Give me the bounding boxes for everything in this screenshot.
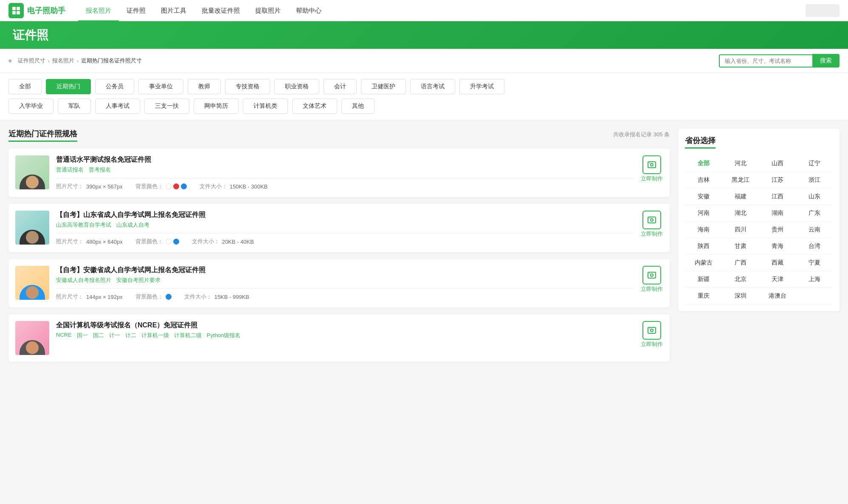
province-item-taiwan[interactable]: 台湾 [796, 238, 833, 255]
meta-file-2: 文件大小： 20KB - 40KB [192, 238, 254, 245]
photo-title-3[interactable]: 【自考】安徽省成人自学考试网上报名免冠证件照 [56, 266, 634, 275]
cat-accounting[interactable]: 会计 [324, 79, 357, 94]
make-photo-btn-2[interactable]: 立即制作 [641, 211, 663, 238]
color-dot-3-blue[interactable] [166, 294, 172, 300]
nav-item-tupian[interactable]: 图片工具 [153, 0, 194, 21]
nav-item-baoming[interactable]: 报名照片 [78, 0, 119, 21]
cat-other[interactable]: 其他 [341, 99, 375, 114]
photo-action-2: 立即制作 [641, 211, 663, 238]
color-label-2: 背景颜色： [135, 238, 163, 245]
province-item-guangxi[interactable]: 广西 [722, 255, 759, 271]
cat-teacher[interactable]: 教师 [188, 79, 221, 94]
search-button[interactable]: 搜索 [812, 54, 840, 68]
cat-professional[interactable]: 专技资格 [225, 79, 270, 94]
province-item-hainan[interactable]: 海南 [685, 222, 722, 238]
color-dot-1-white[interactable] [166, 183, 172, 189]
photo-title-1[interactable]: 普通话水平测试报名免冠证件照 [56, 155, 634, 164]
province-item-beijing[interactable]: 北京 [722, 271, 759, 288]
province-item-zhejiang[interactable]: 浙江 [796, 172, 833, 189]
action-label-1: 立即制作 [641, 175, 663, 183]
province-item-shaanxi[interactable]: 陕西 [685, 238, 722, 255]
meta-size-3: 照片尺寸： 144px × 192px [56, 293, 123, 301]
cat-vocational[interactable]: 职业资格 [274, 79, 319, 94]
cat-recent[interactable]: 近期热门 [46, 79, 91, 94]
breadcrumb-link-baoming[interactable]: 报名照片 [52, 57, 74, 65]
nav-item-bangzhu[interactable]: 帮助中心 [288, 0, 329, 21]
photo-tag-4-2: 国二 [93, 332, 104, 339]
svg-point-6 [649, 163, 650, 163]
file-label-3: 文件大小： [184, 293, 212, 301]
province-item-shenzhen[interactable]: 深圳 [722, 288, 759, 304]
breadcrumb-current: 近期热门报名证件照尺寸 [81, 57, 142, 65]
cat-resume[interactable]: 网申简历 [194, 99, 239, 114]
color-dot-1-blue[interactable] [181, 183, 187, 189]
photo-title-2[interactable]: 【自考】山东省成人自学考试网上报名免冠证件照 [56, 211, 634, 220]
province-item-shanghai[interactable]: 上海 [796, 271, 833, 288]
province-item-henan[interactable]: 河南 [685, 205, 722, 222]
breadcrumb-link-zhengjian[interactable]: 证件照尺寸 [18, 57, 45, 65]
province-item-hunan[interactable]: 湖南 [759, 205, 796, 222]
banner: 证件照 [0, 21, 848, 49]
province-item-empty [796, 288, 833, 304]
color-dots-1 [166, 183, 187, 189]
province-item-chongqing[interactable]: 重庆 [685, 288, 722, 304]
make-photo-btn-3[interactable]: 立即制作 [641, 266, 663, 293]
province-item-ningxia[interactable]: 宁夏 [796, 255, 833, 271]
province-item-guangdong[interactable]: 广东 [796, 205, 833, 222]
province-item-gangaotai[interactable]: 港澳台 [759, 288, 796, 304]
cat-arts[interactable]: 文体艺术 [292, 99, 337, 114]
cat-computer[interactable]: 计算机类 [243, 99, 288, 114]
province-item-jiangxi[interactable]: 江西 [759, 189, 796, 205]
province-item-qinghai[interactable]: 青海 [759, 238, 796, 255]
color-dot-1-red[interactable] [173, 183, 179, 189]
cat-military[interactable]: 军队 [58, 99, 91, 114]
province-item-liaoning[interactable]: 辽宁 [796, 155, 833, 172]
province-item-sichuan[interactable]: 四川 [722, 222, 759, 238]
header-right [806, 4, 840, 17]
province-item-xinjiang[interactable]: 新疆 [685, 271, 722, 288]
record-number: 305 [654, 131, 663, 138]
cat-enrollment[interactable]: 入学毕业 [8, 99, 54, 114]
province-item-heilongjiang[interactable]: 黑龙江 [722, 172, 759, 189]
province-item-all[interactable]: 全部 [685, 155, 722, 172]
nav-item-tiqu[interactable]: 提取照片 [248, 0, 288, 21]
province-item-hebei[interactable]: 河北 [722, 155, 759, 172]
province-item-anhui[interactable]: 安徽 [685, 189, 722, 205]
province-item-neimenggu[interactable]: 内蒙古 [685, 255, 722, 271]
province-item-gansu[interactable]: 甘肃 [722, 238, 759, 255]
color-dot-2-blue[interactable] [173, 239, 179, 245]
photo-info-3: 【自考】安徽省成人自学考试网上报名免冠证件照 安徽成人自考报名照片 安徽自考照片… [56, 266, 634, 301]
province-item-shanxi[interactable]: 山西 [759, 155, 796, 172]
province-item-fujian[interactable]: 福建 [722, 189, 759, 205]
cat-school[interactable]: 升学考试 [459, 79, 504, 94]
cat-civil[interactable]: 公务员 [95, 79, 134, 94]
file-value-2: 20KB - 40KB [222, 239, 254, 245]
nav-item-zhengjian[interactable]: 证件照 [119, 0, 153, 21]
nav-item-piliang[interactable]: 批量改证件照 [194, 0, 248, 21]
cat-institution[interactable]: 事业单位 [138, 79, 183, 94]
cat-language[interactable]: 语言考试 [410, 79, 455, 94]
cat-health[interactable]: 卫健医护 [361, 79, 406, 94]
color-dot-2-white[interactable] [166, 239, 172, 245]
make-photo-btn-4[interactable]: 立即制作 [641, 321, 663, 348]
province-item-guizhou[interactable]: 贵州 [759, 222, 796, 238]
province-item-hubei[interactable]: 湖北 [722, 205, 759, 222]
photo-action-4: 立即制作 [641, 321, 663, 348]
province-item-xizang[interactable]: 西藏 [759, 255, 796, 271]
photo-title-4[interactable]: 全国计算机等级考试报名（NCRE）免冠证件照 [56, 321, 634, 330]
photo-thumb-4 [15, 321, 49, 355]
make-photo-btn-1[interactable]: 立即制作 [641, 155, 663, 183]
province-item-shandong[interactable]: 山东 [796, 189, 833, 205]
color-dots-3 [166, 294, 172, 300]
svg-rect-3 [17, 11, 20, 14]
cat-all[interactable]: 全部 [8, 79, 42, 94]
cat-personnel[interactable]: 人事考试 [95, 99, 140, 114]
province-item-jiangsu[interactable]: 江苏 [759, 172, 796, 189]
search-input[interactable] [719, 54, 812, 68]
province-item-yunnan[interactable]: 云南 [796, 222, 833, 238]
category-row-1: 全部 近期热门 公务员 事业单位 教师 专技资格 职业资格 会计 卫健医护 语言… [8, 79, 840, 94]
cat-sanzhiyifu[interactable]: 三支一扶 [144, 99, 189, 114]
photo-tag-4-7: Python级报名 [207, 332, 240, 339]
province-item-jilin[interactable]: 吉林 [685, 172, 722, 189]
province-item-tianjin[interactable]: 天津 [759, 271, 796, 288]
